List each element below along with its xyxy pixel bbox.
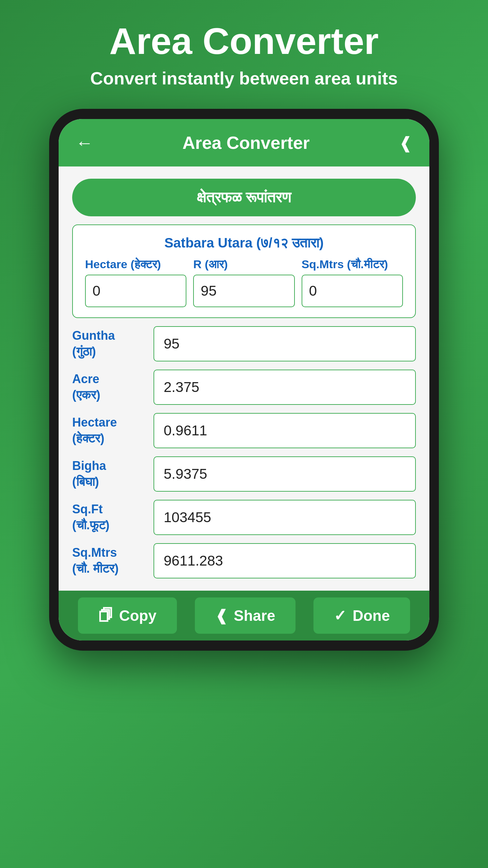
share-icon: ❰ [399,133,412,152]
satbara-field-hectare: Hectare (हेक्टर) [85,258,186,307]
phone-mockup: ← Area Converter ❰ क्षेत्रफळ रूपांतरण Sa… [49,109,439,651]
action-bar: 🗍 Copy ❰ Share ✓ Done [59,591,429,640]
conversion-input-acre[interactable] [154,370,416,405]
done-button[interactable]: ✓ Done [313,597,410,634]
share-label: Share [234,607,275,624]
top-bar: ← Area Converter ❰ [59,119,429,166]
satbara-input-r[interactable] [193,275,294,307]
satbara-label-r: R (आर) [193,258,294,271]
conversion-input-sqmtrs[interactable] [154,543,416,578]
conversion-row-hectare: Hectare (हेक्टर) [72,413,416,448]
satbara-field-r: R (आर) [193,258,294,307]
copy-icon: 🗍 [98,607,113,624]
satbara-label-hectare: Hectare (हेक्टर) [85,258,186,271]
content-area: क्षेत्रफळ रूपांतरण Satbara Utara (७/१२ उ… [59,166,429,591]
header-button[interactable]: क्षेत्रफळ रूपांतरण [72,179,416,216]
conversion-row-acre: Acre (एकर) [72,370,416,405]
done-label: Done [352,607,390,624]
back-button[interactable]: ← [76,133,93,153]
header-button-label: क्षेत्रफळ रूपांतरण [197,189,291,205]
satbara-field-sqmtrs: Sq.Mtrs (चौ.मीटर) [302,258,403,307]
satbara-input-sqmtrs[interactable] [302,275,403,307]
back-icon: ← [76,133,93,153]
share-action-icon: ❰ [215,607,228,624]
satbara-label-sqmtrs: Sq.Mtrs (चौ.मीटर) [302,258,403,271]
page-subtitle: Convert instantly between area units [90,68,398,88]
satbara-input-hectare[interactable] [85,275,186,307]
appbar-title: Area Converter [182,133,310,153]
conversion-row-sqft: Sq.Ft (चौ.फूट) [72,500,416,535]
copy-label: Copy [119,607,157,624]
share-action-button[interactable]: ❰ Share [195,597,296,634]
conversion-label-guntha: Guntha (गुंठा) [72,328,147,360]
satbara-title: Satbara Utara (७/१२ उतारा) [85,235,403,251]
conversion-label-sqmtrs: Sq.Mtrs (चौ. मीटर) [72,545,147,577]
conversion-label-bigha: Bigha (बिघा) [72,458,147,490]
phone-screen: ← Area Converter ❰ क्षेत्रफळ रूपांतरण Sa… [59,119,429,640]
conversion-label-acre: Acre (एकर) [72,371,147,403]
conversion-label-hectare: Hectare (हेक्टर) [72,415,147,447]
conversion-input-guntha[interactable] [154,326,416,361]
done-icon: ✓ [334,607,346,624]
conversion-input-sqft[interactable] [154,500,416,535]
share-button[interactable]: ❰ [399,133,412,152]
satbara-fields: Hectare (हेक्टर) R (आर) Sq.Mtrs (चौ.मीटर… [85,258,403,307]
satbara-section: Satbara Utara (७/१२ उतारा) Hectare (हेक्… [72,224,416,318]
conversion-input-bigha[interactable] [154,456,416,492]
page-title: Area Converter [109,20,379,61]
conversion-row-sqmtrs: Sq.Mtrs (चौ. मीटर) [72,543,416,578]
conversion-input-hectare[interactable] [154,413,416,448]
conversion-label-sqft: Sq.Ft (चौ.फूट) [72,501,147,533]
copy-button[interactable]: 🗍 Copy [78,597,177,634]
conversion-row-guntha: Guntha (गुंठा) [72,326,416,361]
conversion-row-bigha: Bigha (बिघा) [72,456,416,492]
